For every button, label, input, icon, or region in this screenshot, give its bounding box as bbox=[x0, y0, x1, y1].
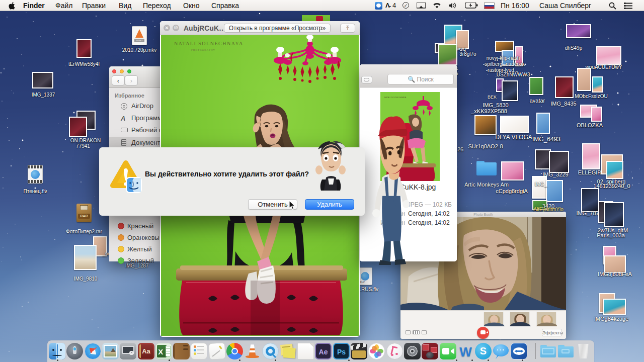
svg-text:NATALI SOLNECHNAYA: NATALI SOLNECHNAYA bbox=[384, 96, 406, 99]
svg-text:PHOTOGRAPHY: PHOTOGRAPHY bbox=[191, 49, 215, 51]
svg-text:NATALI SOLNECHNAYA: NATALI SOLNECHNAYA bbox=[174, 41, 244, 46]
